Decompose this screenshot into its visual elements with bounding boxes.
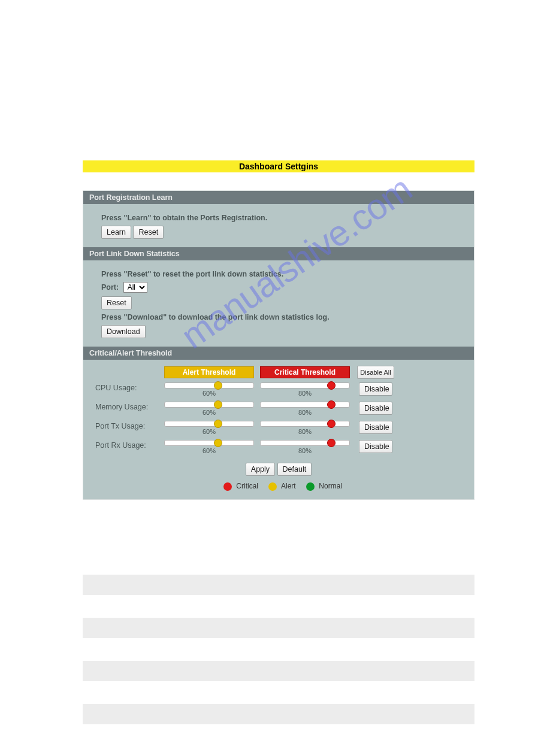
port-select[interactable]: All [123,282,147,293]
threshold-row-label: Memory Usage: [95,402,161,411]
threshold-row: CPU Usage:60%80%Disable [95,382,462,397]
alert-slider-knob[interactable] [214,420,222,428]
reset-port-link-button[interactable]: Reset [101,296,132,309]
critical-slider-knob[interactable] [327,439,335,447]
learn-button[interactable]: Learn [101,226,131,239]
section-header-port-link-down: Port Link Down Statistics [83,247,474,260]
settings-panel: Port Registration Learn Press "Learn" to… [83,190,474,500]
threshold-row-label: Port Tx Usage: [95,421,161,430]
legend-normal-label: Normal [319,482,342,490]
alert-threshold-value: 60% [164,428,254,435]
threshold-row-label: Port Rx Usage: [95,440,161,450]
threshold-table: Alert Threshold Critical Threshold Disab… [95,366,462,454]
critical-threshold-slider[interactable] [260,440,350,446]
port-link-download-instruction: Press "Download" to download the port li… [101,313,456,321]
critical-slider-knob[interactable] [327,381,335,390]
critical-slider-knob[interactable] [327,400,335,409]
critical-threshold-value: 80% [260,390,350,397]
port-registration-instruction: Press "Learn" to obtain the Ports Regist… [101,214,456,222]
disable-all-button[interactable]: Disable All [357,366,394,379]
alert-threshold-value: 60% [164,409,254,416]
critical-threshold-value: 80% [260,428,350,435]
table-row [83,596,474,617]
table-row [83,618,474,638]
placeholder-table [83,554,474,725]
section-body-threshold: Alert Threshold Critical Threshold Disab… [83,360,474,499]
disable-threshold-button[interactable]: Disable [359,421,392,434]
threshold-actions: Apply Default [95,463,462,476]
port-link-reset-instruction: Press "Reset" to reset the port link dow… [101,270,456,278]
threshold-row: Memory Usage:60%80%Disable [95,402,462,416]
critical-slider-knob[interactable] [327,420,335,428]
table-row [83,682,474,703]
port-label: Port: [101,283,119,292]
threshold-row: Port Tx Usage:60%80%Disable [95,421,462,435]
critical-dot-icon [223,482,232,491]
section-header-threshold: Critical/Alert Threshold [83,347,474,360]
legend-critical-label: Critical [236,482,258,490]
alert-threshold-slider[interactable] [164,382,254,388]
alert-threshold-slider[interactable] [164,421,254,427]
disable-threshold-button[interactable]: Disable [359,402,392,415]
download-button[interactable]: Download [101,325,146,338]
critical-threshold-value: 80% [260,409,350,416]
page-title: Dashboard Settgins [83,160,474,172]
disable-threshold-button[interactable]: Disable [359,440,392,453]
section-body-port-link-down: Press "Reset" to reset the port link dow… [83,260,474,347]
alert-slider-knob[interactable] [214,381,222,390]
table-row [83,661,474,681]
table-row [83,639,474,660]
critical-threshold-slider[interactable] [260,402,350,408]
alert-threshold-slider[interactable] [164,402,254,408]
alert-threshold-header: Alert Threshold [164,366,254,378]
threshold-row: Port Rx Usage:60%80%Disable [95,440,462,454]
reset-port-registration-button[interactable]: Reset [133,226,164,239]
apply-button[interactable]: Apply [246,463,275,476]
alert-slider-knob[interactable] [214,400,222,409]
section-body-port-registration: Press "Learn" to obtain the Ports Regist… [83,204,474,247]
threshold-legend: Critical Alert Normal [95,482,462,491]
alert-threshold-slider[interactable] [164,440,254,446]
section-header-port-registration: Port Registration Learn [83,191,474,204]
legend-alert-label: Alert [281,482,296,490]
table-row [83,704,474,724]
threshold-row-label: CPU Usage: [95,382,161,392]
normal-dot-icon [306,482,315,491]
disable-threshold-button[interactable]: Disable [359,382,392,396]
critical-threshold-slider[interactable] [260,382,350,388]
critical-threshold-header: Critical Threshold [260,366,350,378]
alert-dot-icon [268,482,277,491]
alert-slider-knob[interactable] [214,439,222,447]
alert-threshold-value: 60% [164,390,254,397]
alert-threshold-value: 60% [164,447,254,454]
default-button[interactable]: Default [277,463,312,476]
critical-threshold-slider[interactable] [260,421,350,427]
critical-threshold-value: 80% [260,447,350,454]
table-row [83,575,474,595]
table-row [83,554,474,575]
threshold-header-row: Alert Threshold Critical Threshold Disab… [95,366,462,379]
